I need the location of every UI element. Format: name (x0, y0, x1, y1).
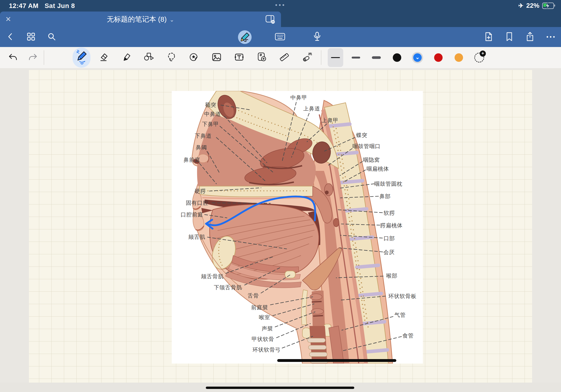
page-overview-icon[interactable] (27, 33, 35, 42)
tools-toolbar: ⌄ + (0, 47, 561, 69)
anatomy-label: 口腔前庭 (181, 211, 203, 218)
pen-icon (239, 32, 250, 43)
anatomy-label: 口部 (384, 235, 395, 242)
anatomy-label: 咽扁桃体 (367, 165, 389, 173)
anatomy-label: 中鼻道 (204, 110, 221, 118)
battery-percent: 22% (526, 2, 539, 9)
color-blue-button[interactable]: ⌄ (413, 53, 422, 62)
highlighter-icon[interactable] (121, 52, 131, 63)
anatomy-label: 固有口腔 (186, 199, 208, 207)
sticker-icon[interactable] (189, 52, 198, 63)
anatomy-label: 鼻部 (379, 193, 391, 200)
color-orange-button[interactable] (454, 53, 463, 62)
anatomy-label: 软腭 (384, 209, 395, 217)
anatomy-label: 硬腭 (194, 187, 206, 195)
anatomy-label: 鼻阈 (196, 144, 207, 151)
anatomy-figure[interactable]: 额突中鼻道下鼻甲下鼻道鼻阈鼻前庭硬腭固有口腔口腔前庭颏舌肌颏舌骨肌下颌舌骨肌舌骨… (172, 91, 423, 364)
anatomy-label: 上鼻甲 (322, 117, 338, 124)
notebook-tab[interactable]: ✕ 无标题的笔记本 (8) ⌄ (0, 11, 281, 27)
back-icon[interactable] (7, 33, 14, 42)
toolbar-divider (44, 50, 44, 65)
anatomy-label: 蝶突 (356, 132, 367, 139)
share-icon[interactable] (526, 32, 534, 43)
undo-icon[interactable] (9, 53, 17, 62)
anatomy-label: 甲状软骨 (252, 336, 274, 343)
color-black-button[interactable] (393, 53, 401, 62)
add-color-button[interactable]: + (474, 53, 484, 63)
anatomy-label: 环状软骨板 (388, 293, 417, 300)
eraser-icon[interactable] (99, 52, 108, 63)
page-panel-icon[interactable] (265, 15, 275, 25)
notebook-page[interactable]: 额突中鼻道下鼻甲下鼻道鼻阈鼻前庭硬腭固有口腔口腔前庭颏舌肌颏舌骨肌下颌舌骨肌舌骨… (29, 70, 532, 383)
keyboard-icon[interactable] (275, 33, 285, 42)
thickness-thick-button[interactable] (372, 56, 381, 59)
anatomy-label: 颏舌骨肌 (201, 273, 224, 280)
anatomy-label: 气管 (394, 311, 406, 319)
microphone-icon[interactable] (313, 32, 321, 43)
anatomy-label: 下鼻甲 (202, 120, 219, 128)
ruler-icon[interactable] (279, 52, 289, 63)
anatomy-label: 腭扁桃体 (380, 222, 403, 229)
shapes-icon[interactable] (144, 52, 154, 63)
anatomy-label: 声襞 (262, 325, 273, 332)
more-icon[interactable] (546, 35, 555, 39)
redo-icon[interactable] (28, 53, 37, 62)
add-page-icon[interactable] (485, 32, 493, 42)
multitasking-indicator-icon[interactable]: ••• (275, 1, 286, 9)
anatomy-label: 咽鼓管圆枕 (374, 180, 402, 187)
anatomy-label: 额突 (205, 101, 216, 109)
elements-icon[interactable] (257, 52, 267, 63)
anatomy-label: 食管 (402, 332, 414, 339)
anatomy-label: 舌骨 (248, 292, 259, 299)
lasso-icon[interactable] (167, 52, 176, 63)
thickness-thin-button[interactable] (331, 57, 340, 58)
home-indicator[interactable] (206, 387, 354, 389)
clock: 12:47 AM (9, 2, 39, 9)
anatomy-label: 下颌舌骨肌 (214, 284, 242, 291)
airplane-mode-icon: ✈ (518, 2, 523, 9)
fountain-pen-icon[interactable] (75, 50, 88, 65)
anatomy-label: 颏舌肌 (188, 233, 205, 241)
color-red-button[interactable] (434, 53, 442, 62)
anatomy-label: 喉室 (259, 314, 270, 321)
anatomy-label: 下鼻道 (195, 132, 212, 140)
date: Sat Jun 8 (45, 2, 75, 9)
search-icon[interactable] (47, 33, 56, 42)
anatomy-label: 咽鼓管咽口 (352, 143, 381, 150)
insert-image-icon[interactable] (212, 53, 221, 62)
anatomy-label: 会厌 (383, 249, 395, 256)
status-bar: 12:47 AMSat Jun 8 ••• ✈ 22% (0, 0, 561, 11)
goodnotes-app: 12:47 AMSat Jun 8 ••• ✈ 22% ✕ 无标题的笔记本 (8… (0, 0, 561, 392)
battery-icon (542, 3, 554, 9)
plus-icon: + (480, 51, 486, 57)
thickness-medium-button[interactable] (352, 57, 360, 58)
text-icon[interactable] (234, 53, 244, 62)
charging-bolt-icon (545, 2, 551, 9)
chevron-down-icon: ⌄ (415, 54, 420, 60)
toolbar-divider (321, 50, 321, 65)
anatomy-label: 鼻前庭 (183, 156, 200, 163)
notebook-title[interactable]: 无标题的笔记本 (8) (107, 15, 167, 24)
anatomy-label: 环状软骨弓 (253, 346, 281, 353)
anatomy-label: 咽隐窝 (363, 156, 380, 163)
chevron-down-icon: ⌄ (169, 16, 174, 23)
ink-underline (277, 359, 396, 362)
anatomy-label: 中鼻甲 (290, 94, 307, 101)
main-toolbar (0, 27, 561, 47)
tab-bar: ✕ 无标题的笔记本 (8) ⌄ (0, 11, 561, 27)
laser-pointer-icon[interactable] (302, 52, 312, 63)
pen-mode-button[interactable] (238, 30, 252, 44)
anatomy-label: 前庭襞 (251, 304, 268, 311)
anatomy-label: 喉部 (386, 272, 398, 279)
anatomy-label: 上鼻道 (303, 105, 320, 112)
bookmark-icon[interactable] (506, 32, 513, 42)
canvas-area: 额突中鼻道下鼻甲下鼻道鼻阈鼻前庭硬腭固有口腔口腔前庭颏舌肌颏舌骨肌下颌舌骨肌舌骨… (0, 68, 561, 383)
